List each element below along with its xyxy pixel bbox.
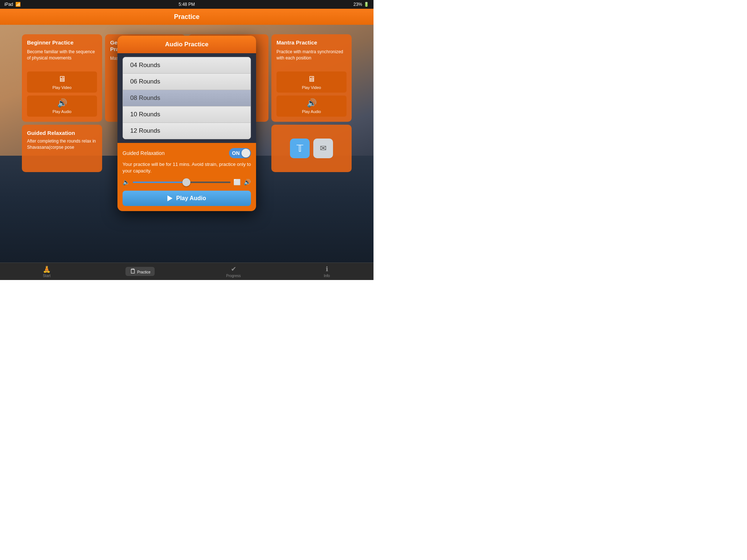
toggle-knob (241, 149, 250, 158)
tab-practice-label: Practice (137, 270, 150, 274)
round-04[interactable]: 04 Rounds (123, 57, 251, 74)
start-icon: 🧘 (43, 265, 51, 273)
modal-bottom: Guided Relaxation ON Your practice will … (117, 143, 256, 211)
guided-relaxation-toggle[interactable]: ON (229, 148, 251, 158)
nav-title: Practice (174, 13, 200, 21)
battery-label: 23% (353, 2, 362, 7)
round-12[interactable]: 12 Rounds (123, 123, 251, 139)
modal-title: Audio Practice (125, 41, 249, 48)
guided-relaxation-toggle-row: Guided Relaxation ON (123, 148, 251, 158)
tab-start[interactable]: 🧘 Start (0, 263, 93, 280)
status-bar: iPad 📶 5:48 PM 23% 🔋 (0, 0, 374, 9)
guided-relaxation-label: Guided Relaxation (123, 150, 165, 156)
tab-bar: 🧘 Start 🗒 Practice ✔ Progress ℹ Info (0, 262, 374, 280)
volume-high-icon: 🔊 (244, 179, 251, 186)
round-10[interactable]: 10 Rounds (123, 106, 251, 123)
play-icon (167, 195, 173, 201)
info-icon: ℹ (326, 265, 328, 273)
practice-icon: 🗒 (130, 268, 136, 275)
tab-progress[interactable]: ✔ Progress (187, 263, 280, 280)
progress-icon: ✔ (231, 265, 236, 273)
volume-slider[interactable] (133, 182, 231, 183)
play-audio-label: Play Audio (176, 195, 206, 202)
tab-start-label: Start (43, 274, 50, 278)
volume-low-icon: 🔈 (123, 179, 130, 186)
slider-thumb[interactable] (182, 178, 190, 186)
airplay-icon: ⬜ (233, 179, 241, 186)
status-time: 5:48 PM (179, 2, 195, 7)
tab-practice-active-bg: 🗒 Practice (125, 267, 155, 276)
rounds-picker[interactable]: 04 Rounds 06 Rounds 08 Rounds 10 Rounds … (123, 57, 251, 139)
play-audio-button[interactable]: Play Audio (123, 191, 251, 206)
toggle-on-label: ON (232, 150, 240, 156)
device-label: iPad (4, 2, 13, 7)
volume-row: 🔈 ⬜ 🔊 (123, 179, 251, 186)
status-left: iPad 📶 (4, 2, 21, 7)
tab-info[interactable]: ℹ Info (280, 263, 374, 280)
nav-bar: Practice (0, 9, 374, 25)
battery-icon: 🔋 (364, 2, 369, 7)
status-right: 23% 🔋 (353, 2, 369, 7)
round-08[interactable]: 08 Rounds (123, 90, 251, 106)
wifi-icon: 📶 (15, 2, 21, 7)
audio-practice-modal: Audio Practice 04 Rounds 06 Rounds 08 Ro… (117, 36, 256, 211)
tab-practice[interactable]: 🗒 Practice (93, 263, 187, 280)
round-06[interactable]: 06 Rounds (123, 74, 251, 90)
tab-progress-label: Progress (226, 274, 241, 278)
volume-fill (133, 182, 186, 183)
tab-info-label: Info (324, 274, 330, 278)
modal-header: Audio Practice (117, 36, 256, 53)
modal-overlay: Audio Practice 04 Rounds 06 Rounds 08 Ro… (0, 25, 374, 262)
practice-info-text: Your practice will be for 11 mins. Avoid… (123, 161, 251, 174)
